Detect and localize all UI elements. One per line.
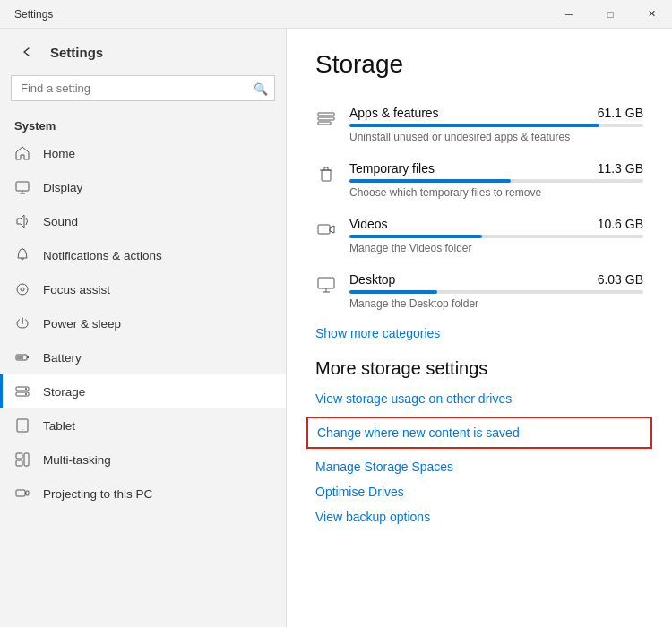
storage-item-row: Desktop 6.03 GB	[349, 272, 643, 287]
search-input[interactable]	[11, 75, 275, 101]
storage-item-info: Temporary files 11.3 GB Choose which tem…	[349, 161, 643, 199]
storage-items-list: Apps & features 61.1 GB Uninstall unused…	[315, 97, 643, 319]
storage-progress-fill	[349, 235, 482, 238]
sidebar-item-sound[interactable]: Sound	[0, 204, 286, 238]
storage-item-icon	[315, 219, 337, 240]
svg-rect-18	[24, 453, 29, 466]
storage-item-name: Desktop	[349, 272, 395, 287]
storage-item-size: 10.6 GB	[598, 217, 643, 231]
storage-progress-fill	[349, 124, 599, 127]
back-button[interactable]	[14, 39, 39, 64]
storage-progress-bar	[349, 179, 643, 183]
sidebar-title: Settings	[50, 45, 103, 60]
storage-item-info: Videos 10.6 GB Manage the Videos folder	[349, 217, 643, 254]
svg-rect-0	[16, 182, 29, 191]
storage-item-info: Desktop 6.03 GB Manage the Desktop folde…	[349, 272, 643, 310]
storage-label: Storage	[43, 385, 85, 399]
sidebar-item-power[interactable]: Power & sleep	[0, 306, 286, 340]
search-box: 🔍	[11, 75, 275, 101]
svg-marker-31	[330, 226, 334, 233]
sidebar-item-home[interactable]: Home	[0, 136, 286, 170]
svg-rect-9	[17, 356, 23, 359]
settings-link-backup[interactable]: View backup options	[315, 510, 643, 524]
tablet-icon	[14, 417, 30, 434]
notifications-label: Notifications & actions	[43, 249, 162, 262]
storage-progress-bar	[349, 290, 643, 294]
sidebar-item-display[interactable]: Display	[0, 170, 286, 204]
storage-item-name: Apps & features	[349, 106, 439, 120]
display-label: Display	[43, 181, 82, 194]
app-body: Settings 🔍 System Home Display Soun	[0, 29, 672, 627]
settings-link-view-storage[interactable]: View storage usage on other drives	[315, 391, 643, 406]
search-icon: 🔍	[254, 82, 268, 95]
projecting-label: Projecting to this PC	[43, 487, 152, 501]
sidebar-item-storage[interactable]: Storage	[0, 374, 286, 408]
storage-item-info: Apps & features 61.1 GB Uninstall unused…	[349, 106, 643, 143]
titlebar-controls: ─ □ ✕	[548, 0, 672, 29]
svg-rect-24	[318, 122, 331, 125]
home-label: Home	[43, 147, 75, 160]
svg-rect-30	[318, 225, 330, 234]
storage-item-apps---features[interactable]: Apps & features 61.1 GB Uninstall unused…	[315, 97, 643, 152]
titlebar-left: Settings	[7, 8, 53, 21]
display-icon	[14, 179, 30, 195]
power-label: Power & sleep	[43, 317, 121, 331]
storage-item-size: 61.1 GB	[598, 106, 643, 120]
sound-icon	[14, 213, 30, 229]
svg-rect-32	[318, 278, 334, 288]
system-section-label: System	[0, 112, 286, 136]
svg-rect-19	[16, 490, 25, 496]
content-area: Storage Apps & features 61.1 GB Uninstal…	[287, 29, 672, 627]
minimize-button[interactable]: ─	[548, 0, 590, 29]
maximize-button[interactable]: □	[590, 0, 631, 29]
close-button[interactable]: ✕	[631, 0, 672, 29]
svg-point-6	[21, 288, 24, 291]
focus-icon	[14, 281, 30, 297]
home-icon	[14, 145, 30, 161]
storage-item-icon	[315, 163, 337, 185]
storage-item-desktop[interactable]: Desktop 6.03 GB Manage the Desktop folde…	[315, 263, 643, 319]
svg-rect-20	[26, 491, 29, 495]
page-title: Storage	[315, 50, 643, 79]
power-icon	[14, 315, 30, 331]
show-more-link[interactable]: Show more categories	[315, 326, 440, 340]
sidebar-item-projecting[interactable]: Projecting to this PC	[0, 477, 286, 511]
storage-item-icon	[315, 107, 337, 129]
sidebar: Settings 🔍 System Home Display Soun	[0, 29, 287, 627]
battery-icon	[14, 349, 30, 365]
svg-rect-23	[318, 117, 334, 120]
projecting-icon	[14, 485, 30, 502]
tablet-label: Tablet	[43, 419, 75, 433]
sidebar-item-tablet[interactable]: Tablet	[0, 408, 286, 442]
back-icon	[22, 47, 32, 57]
storage-progress-fill	[349, 179, 511, 183]
notifications-icon	[14, 247, 30, 263]
storage-item-videos[interactable]: Videos 10.6 GB Manage the Videos folder	[315, 208, 643, 263]
sidebar-item-focus[interactable]: Focus assist	[0, 272, 286, 306]
svg-point-12	[25, 388, 27, 390]
svg-rect-16	[16, 453, 22, 459]
storage-icon	[14, 383, 30, 399]
svg-rect-17	[16, 460, 22, 466]
sound-label: Sound	[43, 215, 78, 228]
focus-label: Focus assist	[43, 283, 110, 296]
svg-rect-25	[322, 170, 331, 181]
storage-item-row: Videos 10.6 GB	[349, 217, 643, 231]
settings-link-optimise[interactable]: Optimise Drives	[315, 485, 643, 499]
settings-link-change-content[interactable]: Change where new content is saved	[306, 417, 652, 449]
sidebar-header: Settings	[0, 29, 286, 75]
storage-progress-bar	[349, 235, 643, 238]
storage-item-size: 11.3 GB	[598, 161, 643, 176]
svg-point-13	[25, 393, 27, 395]
storage-progress-bar	[349, 124, 643, 127]
multitasking-label: Multi-tasking	[43, 453, 111, 467]
storage-item-row: Apps & features 61.1 GB	[349, 106, 643, 120]
sidebar-item-battery[interactable]: Battery	[0, 340, 286, 374]
storage-item-desc: Uninstall unused or undesired apps & fea…	[349, 131, 643, 143]
storage-item-temporary-files[interactable]: Temporary files 11.3 GB Choose which tem…	[315, 152, 643, 208]
sidebar-item-multitasking[interactable]: Multi-tasking	[0, 442, 286, 477]
settings-links-list: View storage usage on other drivesChange…	[315, 391, 643, 524]
sidebar-item-notifications[interactable]: Notifications & actions	[0, 238, 286, 272]
settings-link-manage-spaces[interactable]: Manage Storage Spaces	[315, 460, 643, 474]
titlebar-title: Settings	[14, 8, 53, 21]
